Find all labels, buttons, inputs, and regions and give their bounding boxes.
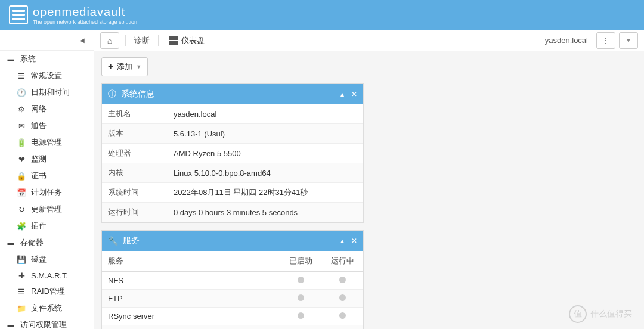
minus-icon: ▬ [6,54,16,64]
col-service: 服务 [102,251,280,272]
sidebar-item-label: 证书 [31,170,47,181]
app-header: openmediavault The open network attached… [0,0,644,30]
info-key: 运行时间 [102,203,168,222]
add-button[interactable]: + 添加 ▼ [101,57,148,76]
info-value: 5.6.13-1 (Usul) [168,124,363,144]
table-row: NFS [102,272,363,290]
sidebar-item[interactable]: 💾磁盘 [0,251,94,268]
sidebar-category[interactable]: ▬存储器 [0,234,94,251]
brand-title: openmediavault [33,5,137,19]
sidebar-collapse-button[interactable]: ◀ [0,30,94,51]
item-icon: 🔒 [17,171,26,181]
service-name: RSync server [102,308,280,325]
sidebar-item-label: 日期和时间 [31,87,70,98]
dropdown-button[interactable]: ▼ [619,32,638,49]
sidebar: ◀ ▬系统☰常规设置🕐日期和时间⚙网络✉通告🔋电源管理❤监测🔒证书📅计划任务↻更… [0,30,94,329]
item-icon: ☰ [17,71,26,80]
close-widget-button[interactable]: ✕ [351,237,357,245]
sidebar-item[interactable]: 📁文件系统 [0,300,94,316]
service-name: SMB/CIFS [102,325,280,330]
sidebar-item[interactable]: ✉通告 [0,117,94,134]
service-name: NFS [102,272,280,290]
sidebar-item-label: 常规设置 [31,70,62,81]
service-running [321,308,363,325]
info-key: 内核 [102,163,168,183]
service-running [321,290,363,308]
info-value: 0 days 0 hours 3 minutes 5 seconds [168,203,363,222]
sidebar-category-label: 访问权限管理 [20,319,67,329]
sidebar-item[interactable]: ↻更新管理 [0,201,94,218]
menu-button[interactable]: ⋮ [596,32,615,49]
service-enabled [280,325,321,330]
collapse-widget-button[interactable]: ▴ [340,237,344,245]
separator [158,35,159,46]
sidebar-item[interactable]: 🧩插件 [0,218,94,234]
widget-title: 服务 [123,235,336,246]
sidebar-category-label: 存储器 [20,237,44,248]
collapse-widget-button[interactable]: ▴ [340,90,344,98]
kebab-icon: ⋮ [602,36,610,45]
sidebar-item-label: S.M.A.R.T. [31,271,68,280]
sidebar-item[interactable]: ☰常规设置 [0,67,94,84]
sidebar-category[interactable]: ▬访问权限管理 [0,316,94,329]
item-icon: ↻ [17,204,26,214]
item-icon: ❤ [17,154,26,164]
info-value: AMD Ryzen 5 5500 [168,144,363,163]
sidebar-item-label: 电源管理 [31,137,62,148]
info-value: 2022年08月11日 星期四 22时31分41秒 [168,183,363,203]
sidebar-item[interactable]: 🔋电源管理 [0,134,94,151]
item-icon: 💾 [17,254,26,264]
widget-title: 系统信息 [121,89,336,100]
status-dot [339,277,346,283]
minus-icon: ▬ [6,238,16,247]
chevron-down-icon: ▼ [136,64,141,70]
item-icon: ✚ [17,271,26,280]
table-row: 内核Linux 5.10.0-0.bpo.8-amd64 [102,163,363,183]
table-row: 处理器AMD Ryzen 5 5500 [102,144,363,163]
item-icon: ✉ [17,121,26,131]
sidebar-item[interactable]: ⚙网络 [0,101,94,117]
service-running [321,272,363,290]
separator [125,35,126,46]
toolbar: ⌂ 诊断 仪表盘 yasden.local ⋮ ▼ [94,30,644,51]
breadcrumb-diagnose[interactable]: 诊断 [132,35,152,46]
sidebar-item-label: 监测 [31,154,47,164]
sidebar-item[interactable]: 🕐日期和时间 [0,84,94,101]
service-name: FTP [102,290,280,308]
sidebar-item[interactable]: 📅计划任务 [0,184,94,201]
info-icon: ⓘ [108,89,116,100]
table-row: 运行时间0 days 0 hours 3 minutes 5 seconds [102,203,363,222]
chevron-down-icon: ▼ [626,38,631,44]
item-icon: 📅 [17,188,26,197]
sidebar-item-label: 更新管理 [31,204,62,215]
sidebar-item[interactable]: ✚S.M.A.R.T. [0,268,94,283]
sidebar-category-label: 系统 [20,54,36,64]
plus-icon: + [108,61,113,72]
table-row: SMB/CIFS [102,325,363,330]
close-widget-button[interactable]: ✕ [351,90,357,98]
table-row: 主机名yasden.local [102,104,363,124]
brand-logo: openmediavault The open network attached… [9,5,137,25]
service-running [321,325,363,330]
col-enabled: 已启动 [280,251,321,272]
sidebar-item[interactable]: ☰RAID管理 [0,283,94,300]
dashboard-icon [169,36,178,45]
service-enabled [280,290,321,308]
home-button[interactable]: ⌂ [100,32,119,49]
info-key: 版本 [102,124,168,144]
dashboard-label: 仪表盘 [181,35,205,46]
info-key: 处理器 [102,144,168,163]
sidebar-category[interactable]: ▬系统 [0,51,94,67]
table-row: FTP [102,290,363,308]
sidebar-item-label: 插件 [31,221,47,231]
table-row: RSync server [102,308,363,325]
status-dot [339,294,346,301]
logo-icon [9,5,28,24]
status-dot [298,277,304,283]
sidebar-item-label: RAID管理 [31,286,65,297]
sidebar-item[interactable]: ❤监测 [0,151,94,167]
status-dot [339,312,346,319]
sidebar-item[interactable]: 🔒证书 [0,167,94,184]
wrench-icon: 🔧 [108,236,118,246]
breadcrumb-dashboard[interactable]: 仪表盘 [165,35,209,46]
